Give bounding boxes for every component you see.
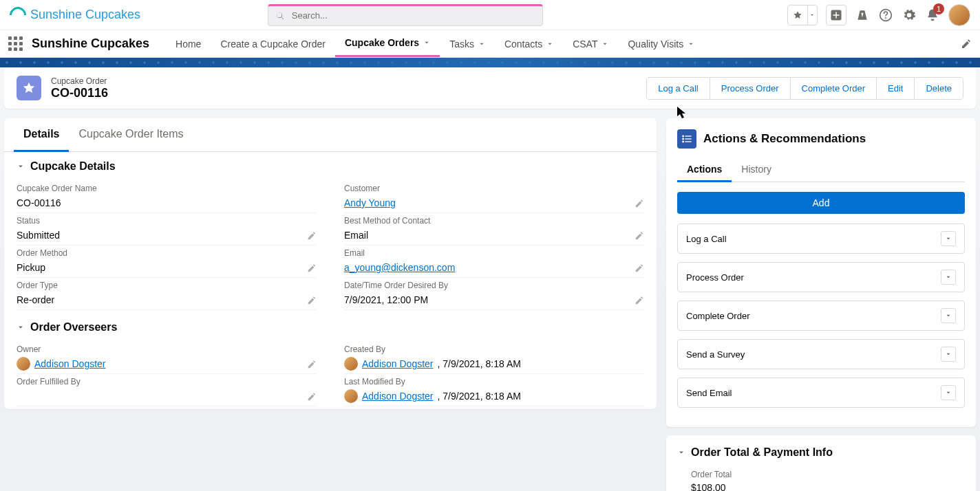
global-header: Sunshine Cupcakes 1	[0, 0, 980, 30]
page-body: Cupcake Order CO-00116 Log a Call Proces…	[0, 67, 980, 491]
action-dropdown[interactable]	[941, 308, 956, 323]
field-order-type: Order Type Re-order	[17, 278, 317, 310]
chevron-down-icon	[945, 389, 952, 396]
field-created-by: Created By Addison Dogster, 7/9/2021, 8:…	[344, 342, 644, 374]
action-dropdown[interactable]	[941, 385, 956, 400]
action-send-survey[interactable]: Send a Survey	[677, 339, 965, 369]
field-email: Email a_young@dickenson.com	[344, 246, 644, 278]
record-type: Cupcake Order	[51, 76, 108, 86]
nav-tabs: Home Create a Cupcake Order Cupcake Orde…	[166, 30, 704, 57]
app-nav: Sunshine Cupcakes Home Create a Cupcake …	[0, 30, 980, 58]
edit-field-icon[interactable]	[307, 392, 317, 402]
subtab-history[interactable]: History	[732, 158, 781, 182]
created-by-link[interactable]: Addison Dogster	[362, 358, 434, 369]
trailhead-icon[interactable]	[855, 8, 870, 23]
actions-panel: Actions & Recommendations Actions Histor…	[666, 118, 976, 427]
action-dropdown[interactable]	[941, 231, 956, 246]
favorites-button[interactable]	[787, 5, 818, 25]
field-fulfilled-by: Order Fulfilled By	[17, 374, 317, 406]
search-input[interactable]	[290, 10, 535, 21]
chevron-down-icon	[945, 312, 952, 319]
nav-quality-visits[interactable]: Quality Visits	[618, 30, 704, 57]
section-title-text: Order Overseers	[30, 321, 117, 334]
global-search[interactable]	[268, 4, 543, 26]
edit-field-icon[interactable]	[635, 231, 644, 241]
nav-home[interactable]: Home	[166, 30, 211, 57]
action-label: Send Email	[686, 388, 732, 398]
field-status: Status Submitted	[17, 213, 317, 246]
customer-link[interactable]: Andy Young	[344, 197, 396, 208]
edit-nav-icon[interactable]	[961, 39, 972, 50]
notifications-bell-icon[interactable]: 1	[925, 8, 940, 23]
section-title-text: Cupcake Details	[30, 160, 116, 173]
record-tabs: Details Cupcake Order Items	[4, 118, 657, 152]
logo-mark-icon	[6, 3, 30, 27]
field-order-method: Order Method Pickup	[17, 246, 317, 278]
action-label: Log a Call	[686, 234, 727, 244]
favorites-dropdown[interactable]	[807, 6, 817, 25]
global-actions: 1	[787, 4, 970, 26]
nav-csat[interactable]: CSAT	[563, 30, 618, 57]
edit-button[interactable]: Edit	[876, 78, 914, 99]
action-dropdown[interactable]	[941, 270, 956, 285]
main-panel: Details Cupcake Order Items Cupcake Deta…	[4, 118, 657, 409]
action-send-email[interactable]: Send Email	[677, 378, 965, 408]
action-label: Send a Survey	[686, 349, 745, 360]
nav-contacts[interactable]: Contacts	[495, 30, 563, 57]
record-icon	[17, 76, 41, 100]
help-icon[interactable]	[878, 8, 893, 23]
tab-details[interactable]: Details	[14, 118, 69, 152]
actions-panel-title: Actions & Recommendations	[703, 132, 866, 146]
action-log-a-call[interactable]: Log a Call	[677, 223, 965, 254]
tab-order-items[interactable]: Cupcake Order Items	[69, 118, 193, 151]
edit-field-icon[interactable]	[307, 231, 317, 241]
chevron-down-icon[interactable]	[601, 41, 608, 47]
log-call-button[interactable]: Log a Call	[647, 78, 710, 99]
actions-panel-icon	[677, 129, 696, 149]
field-customer: Customer Andy Young	[344, 181, 644, 213]
action-process-order[interactable]: Process Order	[677, 262, 965, 292]
app-launcher-icon[interactable]	[8, 36, 23, 52]
complete-order-button[interactable]: Complete Order	[790, 78, 876, 99]
edit-field-icon[interactable]	[307, 360, 317, 369]
action-dropdown[interactable]	[941, 347, 956, 362]
global-add-button[interactable]	[826, 5, 846, 25]
user-avatar[interactable]	[948, 4, 970, 26]
edit-field-icon[interactable]	[307, 263, 317, 273]
owner-link[interactable]: Addison Dogster	[34, 358, 106, 369]
chevron-down-icon	[945, 351, 952, 358]
user-avatar-icon	[17, 357, 30, 371]
brand-logo: Sunshine Cupcakes	[10, 7, 140, 23]
edit-field-icon[interactable]	[307, 296, 317, 305]
side-column: Actions & Recommendations Actions Histor…	[666, 118, 976, 491]
subtab-actions[interactable]: Actions	[677, 158, 732, 182]
edit-field-icon[interactable]	[635, 199, 644, 208]
process-order-button[interactable]: Process Order	[710, 78, 790, 99]
delete-button[interactable]: Delete	[914, 78, 963, 99]
nav-tasks[interactable]: Tasks	[440, 30, 495, 57]
section-cupcake-details: Cupcake Details Cupcake Order Name CO-00…	[4, 152, 657, 313]
chevron-down-icon	[945, 235, 952, 242]
action-complete-order[interactable]: Complete Order	[677, 301, 965, 331]
order-total-panel: Order Total & Payment Info Order Total $…	[666, 435, 976, 491]
user-avatar-icon	[344, 357, 358, 371]
chevron-down-icon[interactable]	[688, 41, 694, 47]
record-name: CO-00116	[51, 86, 108, 100]
edit-field-icon[interactable]	[635, 296, 644, 305]
setup-gear-icon[interactable]	[902, 8, 917, 23]
nav-create-order[interactable]: Create a Cupcake Order	[211, 30, 335, 57]
notifications-badge: 1	[933, 3, 944, 14]
field-order-name: Cupcake Order Name CO-00116	[17, 181, 317, 213]
chevron-down-icon[interactable]	[546, 41, 553, 47]
email-link[interactable]: a_young@dickenson.com	[344, 262, 455, 273]
modified-by-link[interactable]: Addison Dogster	[362, 391, 434, 402]
chevron-down-icon[interactable]	[423, 39, 430, 46]
add-action-button[interactable]: Add	[677, 192, 965, 214]
edit-field-icon[interactable]	[635, 263, 644, 273]
nav-cupcake-orders[interactable]: Cupcake Orders	[335, 30, 440, 57]
chevron-down-icon[interactable]	[478, 41, 485, 47]
collapse-icon[interactable]	[17, 323, 25, 331]
field-owner: Owner Addison Dogster	[17, 342, 317, 374]
collapse-icon[interactable]	[677, 448, 685, 457]
collapse-icon[interactable]	[17, 162, 25, 171]
